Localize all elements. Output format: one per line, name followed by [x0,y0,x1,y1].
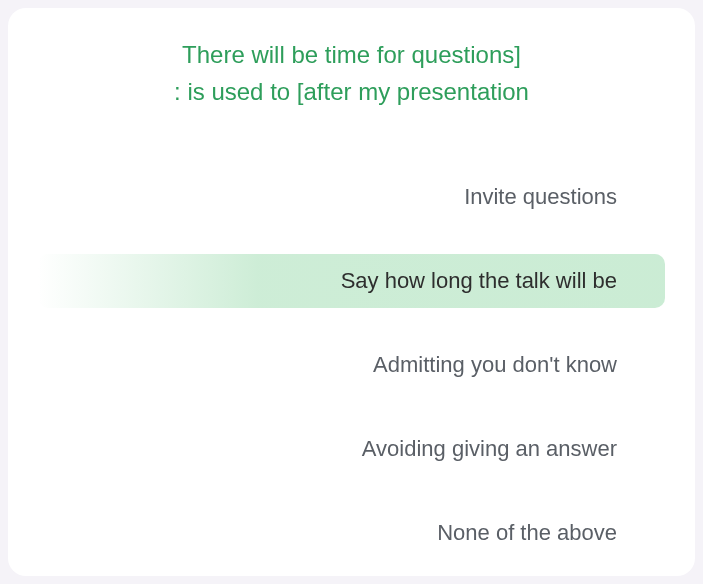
option-4[interactable]: Avoiding giving an answer [38,422,665,476]
option-2[interactable]: Say how long the talk will be [38,254,665,308]
option-1[interactable]: Invite questions [38,170,665,224]
option-label: None of the above [437,520,617,545]
question-line-1: There will be time for questions] [182,41,521,68]
option-label: Admitting you don't know [373,352,617,377]
option-label: Say how long the talk will be [341,268,617,293]
question-text: There will be time for questions] : is u… [38,36,665,110]
option-5[interactable]: None of the above [38,506,665,560]
quiz-card: There will be time for questions] : is u… [8,8,695,576]
option-label: Invite questions [464,184,617,209]
options-list: Invite questions Say how long the talk w… [38,170,665,560]
option-label: Avoiding giving an answer [362,436,617,461]
question-line-2: : is used to [after my presentation [174,78,529,105]
option-3[interactable]: Admitting you don't know [38,338,665,392]
